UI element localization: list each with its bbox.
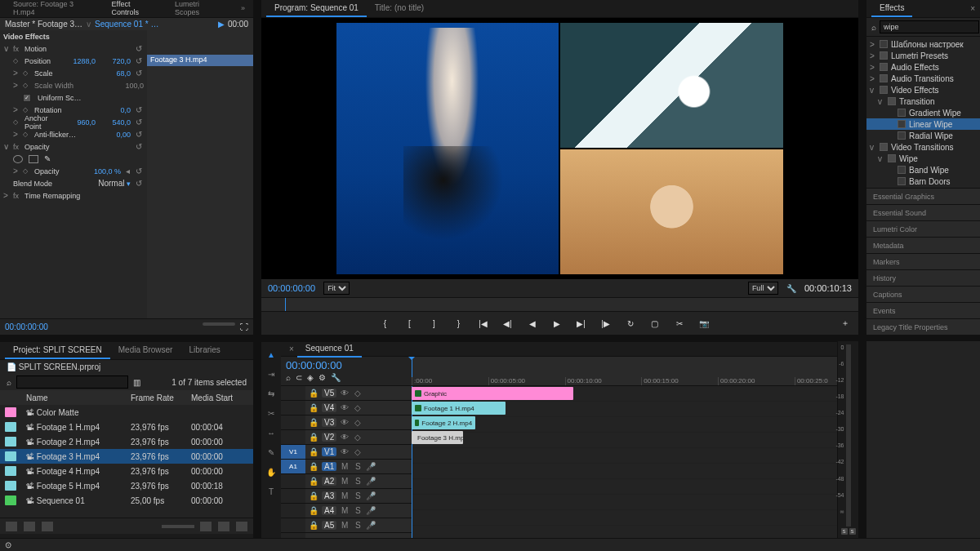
effects-item[interactable]: vVideo Effects xyxy=(866,84,980,96)
source-patch[interactable] xyxy=(281,518,305,533)
freeform-view-icon[interactable] xyxy=(41,521,54,532)
trash-icon[interactable] xyxy=(235,521,248,532)
mask-rect-icon[interactable] xyxy=(29,155,38,163)
project-row[interactable]: 📽 Footage 5 H.mp423,976 fps00:00:18 xyxy=(0,478,253,493)
audio-track-header[interactable]: 🔒A5MS🎤 xyxy=(305,518,412,533)
panel-stack-item[interactable]: History xyxy=(866,269,980,286)
snap-icon[interactable]: ⌕ xyxy=(286,373,291,382)
timeline-tc[interactable]: 00:00:00:00 xyxy=(286,359,407,371)
add-button[interactable]: ＋ xyxy=(839,317,852,330)
mask-pen-icon[interactable]: ✎ xyxy=(44,154,51,163)
linked-icon[interactable]: ⊂ xyxy=(296,373,302,382)
twirl-scale[interactable]: > xyxy=(13,69,20,78)
tab-program[interactable]: Program: Sequence 01 xyxy=(266,0,367,17)
wrench-icon[interactable]: 🔧 xyxy=(331,373,341,382)
audio-track-header[interactable]: 🔒A2MS🎤 xyxy=(305,474,412,489)
transport-btn-7[interactable]: ▶ xyxy=(550,317,564,330)
pen-tool[interactable]: ✎ xyxy=(264,445,278,460)
source-patch[interactable] xyxy=(281,474,305,489)
ec-time-remap[interactable]: Time Remapping xyxy=(24,192,144,200)
tab-media-browser[interactable]: Media Browser xyxy=(110,342,181,359)
type-tool[interactable]: T xyxy=(264,484,278,499)
timeline-clip[interactable]: Graphic xyxy=(412,387,573,400)
project-row[interactable]: 📽 Footage 2 H.mp423,976 fps00:00:00 xyxy=(0,434,253,449)
effects-item[interactable]: Radial Wipe xyxy=(866,130,980,141)
program-tc-left[interactable]: 00:00:00:00 xyxy=(268,283,315,293)
reset-opacityval[interactable]: ↺ xyxy=(134,167,144,176)
source-patch[interactable] xyxy=(281,504,305,518)
effects-item[interactable]: Band Wipe xyxy=(866,164,980,176)
project-row[interactable]: 📽 Footage 3 H.mp423,976 fps00:00:00 xyxy=(0,449,253,464)
ec-anchor-x[interactable]: 960,0 xyxy=(67,118,96,127)
ec-motion[interactable]: Motion xyxy=(24,45,131,53)
project-row[interactable]: 📽 Footage 1 H.mp423,976 fps00:00:04 xyxy=(0,420,253,434)
selection-tool[interactable]: ▲ xyxy=(264,347,278,362)
effects-item[interactable]: vVideo Transitions xyxy=(866,141,980,153)
twirl-opacityval[interactable]: > xyxy=(13,167,20,176)
col-fps[interactable]: Frame Rate xyxy=(131,393,188,402)
audio-track-header[interactable]: 🔒A4MS🎤 xyxy=(305,504,412,518)
reset-motion[interactable]: ↺ xyxy=(134,44,144,53)
track-select-tool[interactable]: ⇥ xyxy=(264,367,278,381)
transport-btn-0[interactable]: { xyxy=(379,317,392,330)
ec-rotation[interactable]: 0,0 xyxy=(102,106,131,114)
video-track-header[interactable]: 🔒V5👁◇ xyxy=(305,386,412,401)
kf-position[interactable]: ◇ xyxy=(13,57,21,64)
ec-position-y[interactable]: 720,0 xyxy=(102,57,131,65)
twirl-timeremap[interactable]: > xyxy=(3,191,10,200)
transport-btn-3[interactable]: } xyxy=(452,317,466,330)
transport-btn-13[interactable]: 📷 xyxy=(697,317,710,330)
program-monitor[interactable] xyxy=(261,18,858,279)
video-track-header[interactable]: 🔒V1👁◇ xyxy=(305,445,412,460)
slip-tool[interactable]: ↔ xyxy=(264,425,278,440)
kf-opacityval[interactable]: ◇ xyxy=(23,167,31,175)
project-filter-icon[interactable]: ▥ xyxy=(133,378,140,387)
panel-stack-item[interactable]: Lumetri Color xyxy=(866,220,980,237)
tab-title[interactable]: Title: (no title) xyxy=(367,0,432,17)
source-patch[interactable]: A1 xyxy=(281,460,305,474)
panel-stack-item[interactable]: Metadata xyxy=(866,237,980,253)
project-row[interactable]: 📽 Color Matte xyxy=(0,405,253,420)
transport-btn-12[interactable]: ✂ xyxy=(673,317,686,330)
ec-fit-icon[interactable]: ⛶ xyxy=(240,322,248,331)
panel-stack-item[interactable]: Legacy Title Properties xyxy=(866,318,980,335)
ec-anchor-y[interactable]: 540,0 xyxy=(102,118,131,127)
effects-item[interactable]: Linear Wipe xyxy=(866,118,980,130)
col-start[interactable]: Media Start xyxy=(191,393,248,402)
tab-libraries[interactable]: Libraries xyxy=(180,342,228,359)
reset-opacity[interactable]: ↺ xyxy=(134,142,144,151)
transport-btn-5[interactable]: ◀| xyxy=(501,317,514,330)
new-bin-icon[interactable] xyxy=(199,521,212,532)
ripple-tool[interactable]: ⇆ xyxy=(264,386,278,401)
video-track-header[interactable]: 🔒V3👁◇ xyxy=(305,415,412,430)
twirl-antiflicker[interactable]: > xyxy=(13,130,20,139)
icon-view-icon[interactable] xyxy=(23,521,36,532)
program-quality[interactable]: Full xyxy=(748,282,778,295)
timeline-lanes[interactable]: GraphicFootage 1 H.mp4Footage 2 H.mp4Foo… xyxy=(412,386,837,538)
zoom-slider[interactable] xyxy=(162,525,194,528)
uniform-scale-check[interactable]: ✓ xyxy=(23,94,31,102)
transport-btn-11[interactable]: ▢ xyxy=(648,317,662,330)
mask-ellipse-icon[interactable] xyxy=(13,155,23,163)
new-item-icon[interactable] xyxy=(217,521,230,532)
tab-project[interactable]: Project: SPLIT SCREEN xyxy=(5,342,110,359)
effect-controls-timeline[interactable]: Footage 3 H.mp4 xyxy=(147,30,253,318)
reset-position[interactable]: ↺ xyxy=(134,56,144,65)
program-ruler[interactable] xyxy=(261,297,858,312)
source-patch[interactable] xyxy=(281,401,305,415)
kf-scale[interactable]: ◇ xyxy=(23,69,31,77)
reset-anchor[interactable]: ↺ xyxy=(134,118,144,127)
col-name[interactable]: Name xyxy=(26,393,127,402)
effects-item[interactable]: vTransition xyxy=(866,96,980,107)
panel-menu[interactable]: » xyxy=(233,1,253,17)
divider-right[interactable] xyxy=(858,0,866,335)
reset-rotation[interactable]: ↺ xyxy=(134,105,144,114)
ec-seq[interactable]: Sequence 01 * … xyxy=(95,20,158,29)
source-patch[interactable] xyxy=(281,386,305,401)
razor-tool[interactable]: ✂ xyxy=(264,406,278,420)
timeline-clip[interactable]: Footage 3 H.mp4 xyxy=(412,431,463,444)
kf-antiflicker[interactable]: ◇ xyxy=(23,131,31,138)
audio-track-header[interactable]: 🔒A3MS🎤 xyxy=(305,489,412,504)
reset-blend[interactable]: ↺ xyxy=(134,179,144,188)
transport-btn-1[interactable]: [ xyxy=(403,317,416,330)
